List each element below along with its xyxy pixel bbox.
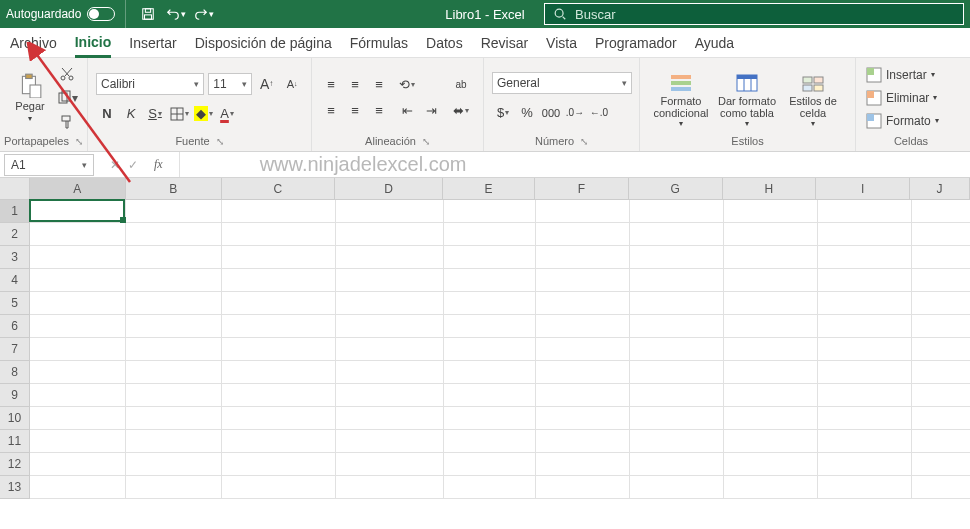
- cell[interactable]: [724, 476, 818, 499]
- align-middle-icon[interactable]: ≡: [344, 74, 366, 96]
- cell[interactable]: [336, 315, 444, 338]
- font-name-combo[interactable]: Calibri▾: [96, 73, 204, 95]
- cell[interactable]: [126, 200, 222, 223]
- cell[interactable]: [444, 246, 536, 269]
- cell[interactable]: [912, 269, 970, 292]
- save-icon[interactable]: [136, 4, 160, 24]
- row-header[interactable]: 2: [0, 223, 30, 246]
- cell[interactable]: [30, 200, 126, 223]
- cell-styles-button[interactable]: Estilos de celda▾: [780, 67, 846, 128]
- column-header[interactable]: D: [335, 178, 443, 200]
- cell[interactable]: [126, 476, 222, 499]
- row-header[interactable]: 3: [0, 246, 30, 269]
- cell[interactable]: [724, 292, 818, 315]
- cell[interactable]: [444, 223, 536, 246]
- cell[interactable]: [444, 476, 536, 499]
- cell[interactable]: [724, 315, 818, 338]
- cell[interactable]: [222, 223, 336, 246]
- spreadsheet-grid[interactable]: ABCDEFGHIJ 12345678910111213: [0, 178, 970, 499]
- tab-revisar[interactable]: Revisar: [481, 28, 528, 57]
- increase-decimal-icon[interactable]: .0→: [564, 102, 586, 124]
- cell[interactable]: [126, 361, 222, 384]
- cell[interactable]: [30, 407, 126, 430]
- increase-indent-icon[interactable]: ⇥: [420, 100, 442, 122]
- cell[interactable]: [818, 453, 912, 476]
- cell[interactable]: [536, 292, 630, 315]
- tab-disposicion[interactable]: Disposición de página: [195, 28, 332, 57]
- row-header[interactable]: 13: [0, 476, 30, 499]
- cell[interactable]: [536, 430, 630, 453]
- cell[interactable]: [818, 338, 912, 361]
- cell[interactable]: [724, 430, 818, 453]
- paste-button[interactable]: Pegar ▾: [8, 62, 52, 133]
- align-bottom-icon[interactable]: ≡: [368, 74, 390, 96]
- cell[interactable]: [912, 200, 970, 223]
- cell[interactable]: [444, 361, 536, 384]
- format-cells-button[interactable]: Formato▾: [864, 110, 958, 132]
- redo-button[interactable]: ▾: [192, 4, 216, 24]
- cell[interactable]: [912, 476, 970, 499]
- cell[interactable]: [336, 361, 444, 384]
- row-header[interactable]: 6: [0, 315, 30, 338]
- cell[interactable]: [724, 223, 818, 246]
- cell[interactable]: [912, 338, 970, 361]
- cell[interactable]: [818, 476, 912, 499]
- decrease-font-icon[interactable]: A↓: [281, 73, 303, 95]
- cell[interactable]: [818, 361, 912, 384]
- cell[interactable]: [536, 453, 630, 476]
- accounting-format-icon[interactable]: $▾: [492, 102, 514, 124]
- comma-format-icon[interactable]: 000: [540, 102, 562, 124]
- conditional-formatting-button[interactable]: Formato condicional▾: [648, 67, 714, 128]
- cell[interactable]: [30, 315, 126, 338]
- cell[interactable]: [724, 246, 818, 269]
- cell[interactable]: [30, 246, 126, 269]
- tab-ayuda[interactable]: Ayuda: [695, 28, 734, 57]
- cell[interactable]: [630, 338, 724, 361]
- cell[interactable]: [630, 223, 724, 246]
- cell[interactable]: [30, 292, 126, 315]
- cell[interactable]: [818, 200, 912, 223]
- cell[interactable]: [724, 384, 818, 407]
- cell[interactable]: [912, 430, 970, 453]
- alignment-dialog-launcher[interactable]: ⤡: [422, 136, 430, 147]
- cell[interactable]: [126, 407, 222, 430]
- cell[interactable]: [30, 476, 126, 499]
- cell[interactable]: [536, 315, 630, 338]
- cell[interactable]: [818, 384, 912, 407]
- copy-icon[interactable]: ▾: [56, 87, 78, 109]
- align-top-icon[interactable]: ≡: [320, 74, 342, 96]
- merge-cells-icon[interactable]: ⬌▾: [448, 100, 474, 122]
- cell[interactable]: [818, 246, 912, 269]
- underline-button[interactable]: S▾: [144, 103, 166, 125]
- row-header[interactable]: 11: [0, 430, 30, 453]
- cell[interactable]: [912, 453, 970, 476]
- cell[interactable]: [336, 200, 444, 223]
- cell[interactable]: [536, 361, 630, 384]
- tab-datos[interactable]: Datos: [426, 28, 463, 57]
- cell[interactable]: [818, 269, 912, 292]
- cell[interactable]: [818, 430, 912, 453]
- cell[interactable]: [630, 200, 724, 223]
- cell[interactable]: [126, 292, 222, 315]
- font-dialog-launcher[interactable]: ⤡: [216, 136, 224, 147]
- cell[interactable]: [30, 269, 126, 292]
- cell[interactable]: [336, 476, 444, 499]
- cell[interactable]: [912, 407, 970, 430]
- column-header[interactable]: B: [126, 178, 222, 200]
- cell[interactable]: [536, 476, 630, 499]
- delete-cells-button[interactable]: Eliminar▾: [864, 87, 958, 109]
- autosave-toggle[interactable]: Autoguardado: [6, 0, 126, 28]
- tab-inicio[interactable]: Inicio: [75, 29, 112, 58]
- decrease-indent-icon[interactable]: ⇤: [396, 100, 418, 122]
- cell[interactable]: [336, 453, 444, 476]
- cell[interactable]: [30, 453, 126, 476]
- row-header[interactable]: 5: [0, 292, 30, 315]
- format-as-table-button[interactable]: Dar formato como tabla▾: [714, 67, 780, 128]
- select-all-corner[interactable]: [0, 178, 30, 200]
- cell[interactable]: [630, 384, 724, 407]
- italic-button[interactable]: K: [120, 103, 142, 125]
- cell[interactable]: [536, 269, 630, 292]
- column-header[interactable]: A: [30, 178, 126, 200]
- format-painter-icon[interactable]: [56, 111, 78, 133]
- cell[interactable]: [222, 338, 336, 361]
